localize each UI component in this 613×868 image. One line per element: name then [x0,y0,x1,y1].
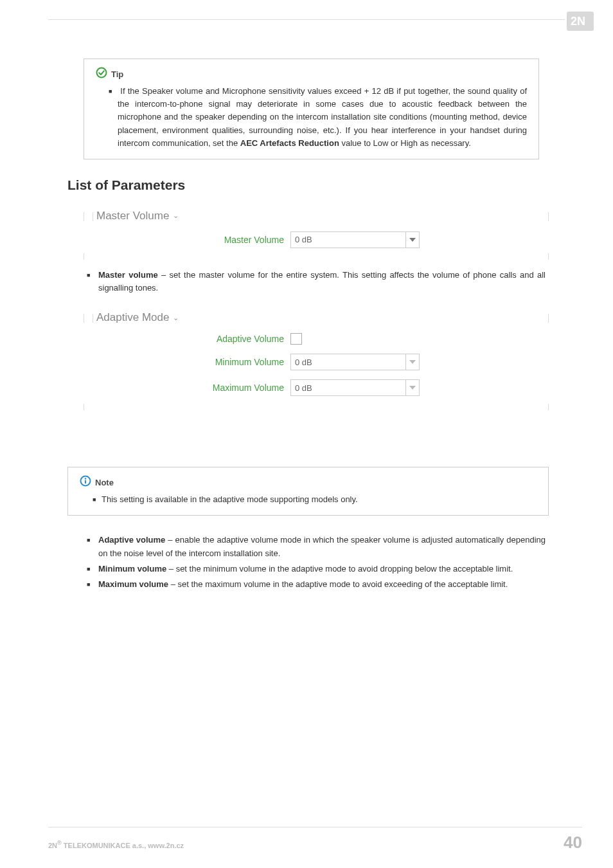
check-circle-icon [96,67,107,82]
master-volume-description: Master volume – set the master volume fo… [87,269,546,294]
note-title: Note [95,476,114,489]
adaptive-volume-checkbox[interactable] [290,333,302,345]
chevron-down-icon: ⌄ [173,212,179,220]
maximum-volume-select[interactable]: 0 dB [290,379,406,396]
chevron-down-icon: ⌄ [173,314,179,322]
maximum-volume-dropdown-button[interactable] [405,379,420,396]
list-item: Maximum volume – set the maximum volume … [87,578,546,591]
info-circle-icon [80,475,91,491]
page-footer: 2N® TELEKOMUNIKACE a.s., www.2n.cz 40 [48,827,582,853]
note-bullet: This setting is available in the adaptiv… [102,493,537,506]
master-volume-fieldset: Master Volume ⌄ Master Volume 0 dB [84,204,549,260]
master-volume-select[interactable]: 0 dB [290,231,406,248]
header-rule [48,19,565,20]
svg-point-2 [97,68,107,78]
master-volume-label: Master Volume [93,235,290,245]
list-item: Adaptive volume – enable the adaptive vo… [87,534,546,559]
page-number: 40 [564,833,582,853]
tip-bullet: If the Speaker volume and Microphone sen… [118,85,527,150]
tip-callout: Tip If the Speaker volume and Microphone… [84,59,539,159]
adaptive-mode-fieldset: Adaptive Mode ⌄ Adaptive Volume Minimum … [84,306,549,410]
minimum-volume-dropdown-button[interactable] [405,354,420,370]
section-heading: List of Parameters [67,177,565,193]
svg-text:2N: 2N [571,15,585,28]
brand-logo: 2N [567,12,594,31]
note-callout: Note This setting is available in the ad… [67,467,549,516]
list-item: Minimum volume – set the minimum volume … [87,563,546,575]
parameter-list: Adaptive volume – enable the adaptive vo… [87,534,546,591]
minimum-volume-label: Minimum Volume [93,357,290,367]
svg-point-4 [85,478,87,480]
adaptive-volume-label: Adaptive Volume [93,334,290,344]
master-volume-legend[interactable]: Master Volume ⌄ [93,210,182,222]
minimum-volume-select[interactable]: 0 dB [290,354,406,370]
adaptive-mode-legend[interactable]: Adaptive Mode ⌄ [93,311,182,324]
maximum-volume-label: Maximum Volume [93,383,290,393]
footer-left: 2N® TELEKOMUNIKACE a.s., www.2n.cz [48,840,184,849]
master-volume-dropdown-button[interactable] [405,231,420,248]
tip-title: Tip [111,68,123,81]
svg-rect-5 [85,480,86,484]
